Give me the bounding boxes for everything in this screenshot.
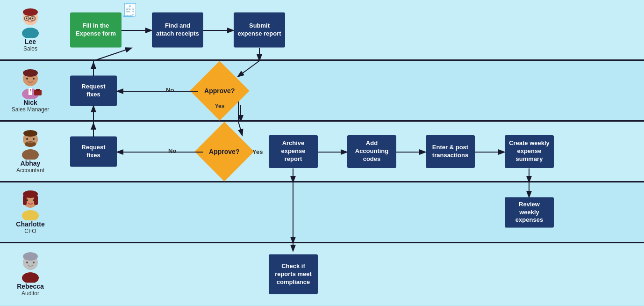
abhay-lane-content: Request fixes Approve? No Yes Archive ex… [61, 122, 644, 181]
request-fixes-abhay-box[interactable]: Request fixes [70, 136, 117, 167]
charlotte-arrows [61, 182, 644, 242]
svg-point-47 [26, 262, 28, 263]
charlotte-name: Charlotte [16, 220, 44, 228]
svg-point-25 [23, 130, 37, 137]
nick-arrows [61, 61, 644, 120]
approve-abhay-label: Approve? [209, 148, 239, 155]
receipt-icon: 🧾 [122, 2, 138, 18]
abhay-name: Abhay [21, 160, 41, 167]
nick-role: Sales Manager [12, 106, 50, 113]
lee-avatar [16, 7, 44, 38]
lee-arrows [61, 0, 644, 59]
review-weekly-box[interactable]: Review weekly expenses [505, 197, 554, 227]
actor-rebecca: Rebecca Auditor [0, 248, 61, 300]
svg-point-44 [22, 272, 39, 283]
actor-charlotte: Charlotte CFO [0, 186, 61, 238]
actor-abhay: Abhay Accountant [0, 125, 61, 177]
nick-lane-content: Request fixes Approve? No Yes [61, 61, 644, 120]
svg-point-41 [26, 199, 28, 201]
nick-name: Nick [23, 99, 37, 106]
add-accounting-box[interactable]: Add Accounting codes [347, 135, 396, 168]
archive-report-box[interactable]: Archive expense report [269, 135, 318, 168]
svg-point-36 [22, 210, 39, 220]
swimlane-nick: Nick Sales Manager Request fixes Approve… [0, 61, 644, 122]
rebecca-lane-content: Check if reports meet compliance [61, 243, 644, 305]
svg-point-2 [23, 8, 38, 16]
lee-lane-content: Fill in the Expense form Find and attach… [61, 0, 644, 59]
no-label-nick: No [166, 87, 174, 94]
actor-lee: Lee Sales [0, 4, 61, 56]
abhay-avatar [16, 129, 44, 160]
charlotte-avatar [16, 190, 44, 220]
charlotte-role: CFO [24, 228, 36, 234]
no-label-abhay: No [168, 147, 176, 154]
charlotte-lane-content: Review weekly expenses [61, 182, 644, 242]
svg-point-7 [32, 18, 34, 19]
swimlane-rebecca: Rebecca Auditor Check if reports meet co… [0, 243, 644, 305]
check-compliance-box[interactable]: Check if reports meet compliance [269, 255, 318, 294]
yes-label-nick: Yes [215, 103, 225, 109]
lee-name: Lee [25, 38, 36, 45]
actor-nick: Nick Sales Manager [0, 65, 61, 117]
svg-point-6 [26, 18, 28, 19]
fill-expense-box[interactable]: Fill in the Expense form [70, 12, 122, 47]
svg-point-26 [25, 141, 36, 147]
lee-role: Sales [23, 45, 37, 52]
svg-rect-40 [34, 196, 38, 205]
abhay-role: Accountant [16, 167, 44, 174]
svg-point-17 [33, 78, 35, 80]
rebecca-avatar [16, 252, 44, 283]
svg-point-28 [33, 138, 35, 140]
svg-point-46 [23, 252, 38, 261]
swimlane-abhay: Abhay Accountant Request fixes Approve? … [0, 122, 644, 182]
svg-point-48 [33, 262, 35, 263]
rebecca-role: Auditor [21, 290, 39, 297]
approve-abhay-diamond[interactable]: Approve? [203, 131, 245, 173]
swimlane-charlotte: Charlotte CFO Review weekly expenses [0, 182, 644, 243]
svg-rect-19 [36, 89, 40, 91]
svg-point-23 [22, 149, 39, 160]
svg-point-42 [33, 199, 35, 201]
approve-nick-label: Approve? [204, 87, 235, 95]
submit-report-box[interactable]: Submit expense report [234, 12, 285, 47]
rebecca-name: Rebecca [17, 283, 44, 290]
swimlane-lee: Lee Sales Fill in the Expense form Find … [0, 0, 644, 61]
svg-point-27 [26, 138, 28, 140]
svg-point-0 [22, 28, 39, 38]
find-receipts-box[interactable]: Find and attach receipts [152, 12, 203, 47]
svg-point-16 [26, 78, 28, 80]
request-fixes-nick-box[interactable]: Request fixes [70, 75, 117, 106]
yes-label-abhay: Yes [252, 148, 263, 155]
svg-point-15 [23, 69, 38, 77]
nick-avatar [16, 68, 44, 99]
create-weekly-box[interactable]: Create weekly expense summary [505, 135, 554, 168]
svg-rect-39 [23, 196, 27, 205]
enter-post-box[interactable]: Enter & post transactions [426, 135, 475, 168]
